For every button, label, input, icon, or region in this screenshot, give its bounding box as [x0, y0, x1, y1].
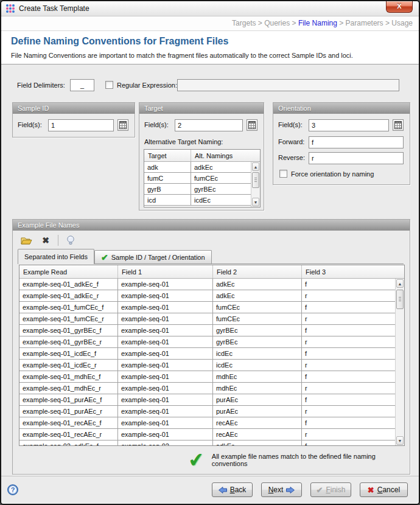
breadcrumb-step-file-naming[interactable]: File Naming: [298, 19, 337, 27]
scrollbar-thumb[interactable]: [396, 290, 404, 309]
open-folder-icon[interactable]: [19, 234, 33, 247]
table-cell: adk: [144, 162, 191, 172]
target-field-picker-icon[interactable]: [247, 119, 257, 131]
table-cell: fumCEc: [213, 302, 302, 313]
orientation-fields-label: Field(s):: [278, 121, 303, 128]
table-cell: example-seq-01: [118, 429, 213, 440]
scroll-up-icon[interactable]: ▲: [396, 279, 404, 288]
breadcrumb-step-usage[interactable]: Usage: [391, 19, 413, 27]
table-cell: example-seq-01_fumCEc_f: [19, 302, 118, 313]
table-cell: example-seq-01_mdhEc_r: [19, 383, 118, 394]
reverse-label: Reverse:: [278, 154, 305, 161]
grid-icon: [248, 121, 256, 129]
grid-icon: [119, 121, 127, 129]
table-row[interactable]: adkadkEc: [144, 162, 251, 173]
table-row[interactable]: example-seq-01_mdhEc_fexample-seq-01mdhE…: [19, 371, 395, 383]
breadcrumb-step-queries[interactable]: Queries: [264, 19, 290, 27]
force-orientation-checkbox[interactable]: [279, 170, 287, 178]
table-row[interactable]: example-seq-01_fumCEc_rexample-seq-01fum…: [19, 313, 395, 325]
col-field-3[interactable]: Field 3: [302, 265, 404, 278]
table-cell: r: [302, 360, 395, 371]
table-row[interactable]: example-seq-01_recAEc_fexample-seq-01rec…: [19, 417, 395, 429]
table-row[interactable]: example-seq-01_recAEc_rexample-seq-01rec…: [19, 429, 395, 441]
table-row[interactable]: example-seq-01_adkEc_rexample-seq-01adkE…: [19, 290, 395, 302]
table-row[interactable]: example-seq-02_adkEc_fexample-seq-02adkE…: [19, 441, 395, 446]
table-row[interactable]: gyrBgyrBEc: [144, 184, 251, 195]
breadcrumb-step-targets[interactable]: Targets: [232, 19, 256, 27]
sample-id-fields-input[interactable]: [48, 119, 114, 131]
finish-button[interactable]: ✔ Finish: [310, 482, 351, 497]
table-row[interactable]: example-seq-01_purAEc_fexample-seq-01pur…: [19, 394, 395, 406]
alt-naming-col-altnamings[interactable]: Alt. Namings: [191, 150, 260, 161]
title-bar[interactable]: Create Task Template: [1, 1, 419, 16]
alt-naming-scrollbar[interactable]: ▲ ▼: [251, 162, 260, 207]
table-cell: example-seq-01: [118, 417, 213, 428]
col-example-read[interactable]: Example Read: [19, 265, 118, 278]
help-icon[interactable]: ?: [7, 484, 18, 495]
table-cell: example-seq-01_gyrBEc_r: [19, 336, 118, 347]
col-field-2[interactable]: Field 2: [213, 265, 302, 278]
scrollbar-thumb[interactable]: [252, 172, 259, 188]
breadcrumb-separator: >: [290, 19, 298, 27]
table-cell: example-seq-01: [118, 290, 213, 301]
regular-expression-label: Regular Expression:: [117, 82, 177, 89]
table-cell: mdhEc: [213, 383, 302, 394]
table-cell: example-seq-01_icdEc_f: [19, 348, 118, 359]
table-cell: example-seq-01_recAEc_f: [19, 417, 118, 428]
example-table-scrollbar[interactable]: ▲ ▼: [395, 279, 404, 445]
tab-sample-id-target-orientation[interactable]: ✔ Sample ID / Target / Orientation: [94, 250, 212, 263]
scroll-down-icon[interactable]: ▼: [396, 436, 404, 445]
target-group-title: Target: [139, 103, 264, 114]
tab-separated-into-fields[interactable]: Separated into Fields: [18, 249, 94, 264]
cancel-button[interactable]: ✖ Cancel: [360, 482, 408, 497]
scroll-up-icon[interactable]: ▲: [252, 162, 259, 171]
table-cell: icdEc: [213, 348, 302, 359]
table-row[interactable]: icdicdEc: [144, 195, 251, 206]
window-frame: Create Task Template X Targets > Queries…: [0, 0, 420, 505]
table-cell: example-seq-01: [118, 279, 213, 290]
regular-expression-checkbox[interactable]: [105, 81, 113, 89]
table-row[interactable]: example-seq-01_adkEc_fexample-seq-01adkE…: [19, 279, 395, 290]
table-cell: gyrBEc: [213, 325, 302, 336]
table-cell: example-seq-01: [118, 348, 213, 359]
sample-id-field-picker-icon[interactable]: [117, 119, 128, 131]
delete-icon[interactable]: ✖: [38, 234, 53, 247]
table-row[interactable]: example-seq-01_icdEc_fexample-seq-01icdE…: [19, 348, 395, 360]
page-subtitle: File Naming Conventions are important to…: [11, 52, 353, 59]
table-cell: recAEc: [213, 417, 302, 428]
breadcrumb-step-parameters[interactable]: Parameters: [346, 19, 383, 27]
next-button[interactable]: Next: [261, 482, 302, 497]
table-row[interactable]: example-seq-01_gyrBEc_fexample-seq-01gyr…: [19, 325, 395, 336]
back-button[interactable]: Back: [212, 482, 253, 497]
table-row[interactable]: example-seq-01_mdhEc_rexample-seq-01mdhE…: [19, 383, 395, 394]
tab-label: Sample ID / Target / Orientation: [111, 254, 205, 261]
regular-expression-input[interactable]: [177, 79, 399, 91]
table-cell: example-seq-01: [118, 360, 213, 371]
toolbar-separator: [58, 235, 58, 246]
example-table-body: example-seq-01_adkEc_fexample-seq-01adkE…: [19, 279, 395, 446]
table-cell: icdEc: [191, 195, 251, 205]
table-cell: example-seq-01_fumCEc_r: [19, 313, 118, 324]
forward-input[interactable]: [309, 136, 404, 148]
target-fields-input[interactable]: [175, 119, 243, 131]
orientation-field-picker-icon[interactable]: [393, 119, 404, 131]
next-button-label: Next: [268, 486, 284, 494]
table-row[interactable]: fumCfumCEc: [144, 173, 251, 184]
table-cell: example-seq-01: [118, 313, 213, 324]
table-row[interactable]: example-seq-01_fumCEc_fexample-seq-01fum…: [19, 302, 395, 313]
hint-bulb-icon[interactable]: [63, 234, 78, 247]
lightbulb-icon: [66, 235, 75, 246]
table-row[interactable]: example-seq-01_purAEc_rexample-seq-01pur…: [19, 406, 395, 417]
close-icon[interactable]: X: [386, 1, 413, 13]
field-delimiters-input[interactable]: [70, 79, 94, 91]
table-row[interactable]: example-seq-01_gyrBEc_rexample-seq-01gyr…: [19, 336, 395, 348]
orientation-fields-input[interactable]: [309, 119, 389, 131]
forward-label: Forward:: [278, 138, 304, 145]
col-field-1[interactable]: Field 1: [118, 265, 213, 278]
table-cell: adkEc: [213, 441, 302, 446]
table-row[interactable]: example-seq-01_icdEc_rexample-seq-01icdE…: [19, 360, 395, 371]
table-cell: r: [302, 406, 395, 417]
reverse-input[interactable]: [309, 152, 404, 164]
alt-naming-col-target[interactable]: Target: [144, 150, 191, 161]
scroll-down-icon[interactable]: ▼: [252, 198, 259, 206]
